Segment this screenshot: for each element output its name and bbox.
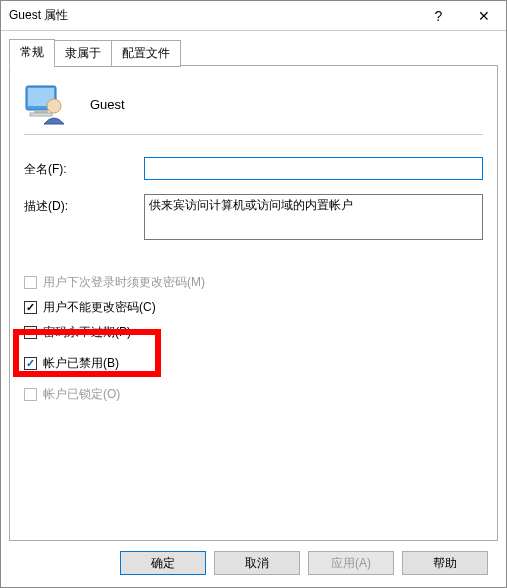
never-expire-label: 密码永不过期(P) [43,324,131,341]
tab-memberof[interactable]: 隶属于 [54,40,112,67]
description-label: 描述(D): [24,194,144,215]
cancel-button[interactable]: 取消 [214,551,300,575]
close-button[interactable]: ✕ [461,1,506,31]
svg-rect-3 [30,113,52,116]
description-row: 描述(D): 供来宾访问计算机或访问域的内置帐户 [24,194,483,240]
tab-profile[interactable]: 配置文件 [111,40,181,67]
cannot-change-label: 用户不能更改密码(C) [43,299,156,316]
tab-general[interactable]: 常规 [9,39,55,66]
must-change-label: 用户下次登录时须更改密码(M) [43,274,205,291]
locked-row: 帐户已锁定(O) [24,386,483,403]
svg-point-4 [47,99,61,113]
fullname-row: 全名(F): [24,157,483,180]
properties-dialog: Guest 属性 ? ✕ 常规 隶属于 配置文件 Guest [0,0,507,588]
fullname-label: 全名(F): [24,157,144,178]
tab-panel-general: Guest 全名(F): 描述(D): 供来宾访问计算机或访问域的内置帐户 用户… [9,65,498,541]
tab-strip: 常规 隶属于 配置文件 [9,39,498,66]
cannot-change-row[interactable]: 用户不能更改密码(C) [24,299,483,316]
apply-button[interactable]: 应用(A) [308,551,394,575]
account-disabled-label: 帐户已禁用(B) [43,355,119,372]
dialog-footer: 确定 取消 应用(A) 帮助 [9,541,498,587]
help-button[interactable]: ? [416,1,461,31]
window-title: Guest 属性 [9,7,416,24]
account-name: Guest [90,97,125,112]
ok-button[interactable]: 确定 [120,551,206,575]
checkbox-account-disabled[interactable] [24,357,37,370]
checkbox-cannot-change[interactable] [24,301,37,314]
must-change-row: 用户下次登录时须更改密码(M) [24,274,483,291]
titlebar: Guest 属性 ? ✕ [1,1,506,31]
checkbox-must-change [24,276,37,289]
client-area: 常规 隶属于 配置文件 Guest 全名(F): [1,31,506,587]
account-disabled-row[interactable]: 帐户已禁用(B) [24,355,483,372]
fullname-input[interactable] [144,157,483,180]
header-row: Guest [24,82,483,126]
help-button-footer[interactable]: 帮助 [402,551,488,575]
checkbox-locked [24,388,37,401]
description-input[interactable]: 供来宾访问计算机或访问域的内置帐户 [144,194,483,240]
divider [24,134,483,135]
checkbox-never-expire[interactable] [24,326,37,339]
user-icon [24,82,68,126]
locked-label: 帐户已锁定(O) [43,386,120,403]
never-expire-row[interactable]: 密码永不过期(P) [24,324,483,341]
